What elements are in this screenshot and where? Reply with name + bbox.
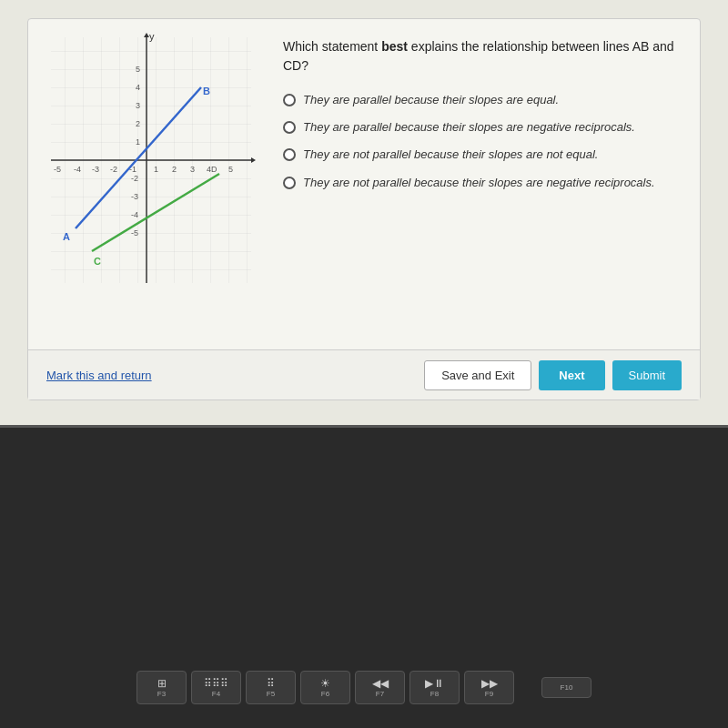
svg-text:1: 1 [154, 165, 158, 174]
option-2[interactable]: They are parallel because their slopes a… [283, 119, 682, 136]
key-f3[interactable]: ⊞ F3 [136, 671, 187, 704]
question-text: Which statement best explains the relati… [283, 37, 682, 76]
key-f6[interactable]: ☀ F6 [300, 671, 350, 704]
key-f4[interactable]: ⠿⠿⠿ F4 [191, 671, 241, 704]
svg-text:4: 4 [136, 83, 140, 92]
question-bold: best [381, 39, 408, 54]
svg-text:-5: -5 [54, 165, 61, 174]
key-f8[interactable]: ▶⏸ F8 [410, 671, 460, 704]
svg-text:C: C [94, 256, 101, 267]
option-3-text: They are not parallel because their slop… [303, 147, 598, 163]
svg-text:y: y [149, 33, 155, 42]
option-4-text: They are not parallel because their slop… [303, 175, 655, 191]
svg-text:2: 2 [172, 165, 177, 174]
svg-text:5: 5 [136, 65, 140, 74]
keyboard-function-row: ⊞ F3 ⠿⠿⠿ F4 ⠿ F5 ☀ F6 ◀◀ F7 ▶⏸ F8 ▶▶ F9 … [136, 671, 592, 704]
svg-text:3: 3 [190, 165, 195, 174]
svg-text:-4: -4 [131, 210, 138, 219]
radio-4[interactable] [283, 177, 296, 189]
mark-return-button[interactable]: Mark this and return [46, 369, 152, 382]
keyboard-area: ⊞ F3 ⠿⠿⠿ F4 ⠿ F5 ☀ F6 ◀◀ F7 ▶⏸ F8 ▶▶ F9 … [0, 428, 728, 728]
graph-canvas: x y -5 -4 -3 -2 -1 1 2 3 4D 5 [46, 33, 256, 288]
quiz-body: x y -5 -4 -3 -2 -1 1 2 3 4D 5 [28, 19, 700, 349]
svg-text:-2: -2 [110, 165, 117, 174]
key-f10[interactable]: F10 [541, 677, 592, 698]
submit-button[interactable]: Submit [612, 360, 682, 390]
svg-text:5: 5 [228, 165, 233, 174]
key-spacer [519, 682, 537, 693]
svg-text:-4: -4 [74, 165, 81, 174]
svg-text:1: 1 [136, 137, 140, 147]
next-button[interactable]: Next [539, 360, 604, 390]
quiz-card: x y -5 -4 -3 -2 -1 1 2 3 4D 5 [27, 18, 701, 400]
quiz-screen: x y -5 -4 -3 -2 -1 1 2 3 4D 5 [0, 0, 728, 428]
option-2-text: They are parallel because their slopes a… [303, 119, 635, 136]
key-f9[interactable]: ▶▶ F9 [464, 671, 514, 704]
graph-container: x y -5 -4 -3 -2 -1 1 2 3 4D 5 [46, 33, 265, 336]
option-4[interactable]: They are not parallel because their slop… [283, 175, 682, 191]
option-1-text: They are parallel because their slopes a… [303, 92, 559, 108]
svg-marker-3 [251, 157, 256, 163]
coordinate-graph: x y -5 -4 -3 -2 -1 1 2 3 4D 5 [46, 33, 256, 292]
svg-text:A: A [63, 231, 70, 242]
key-f7[interactable]: ◀◀ F7 [355, 671, 405, 704]
quiz-footer: Mark this and return Save and Exit Next … [28, 349, 700, 399]
svg-text:3: 3 [136, 101, 140, 110]
key-f5[interactable]: ⠿ F5 [246, 671, 296, 704]
svg-text:-2: -2 [131, 174, 138, 183]
radio-2[interactable] [283, 121, 296, 134]
question-area: Which statement best explains the relati… [283, 33, 682, 336]
options-list: They are parallel because their slopes a… [283, 92, 682, 191]
save-exit-button[interactable]: Save and Exit [424, 360, 531, 390]
option-1[interactable]: They are parallel because their slopes a… [283, 92, 682, 108]
svg-text:2: 2 [136, 119, 140, 128]
svg-text:-3: -3 [131, 192, 138, 201]
footer-buttons: Save and Exit Next Submit [424, 360, 682, 390]
radio-1[interactable] [283, 94, 296, 106]
radio-3[interactable] [283, 148, 296, 161]
svg-text:4D: 4D [207, 165, 217, 174]
option-3[interactable]: They are not parallel because their slop… [283, 147, 682, 163]
svg-text:-3: -3 [92, 165, 99, 174]
svg-text:B: B [203, 86, 210, 96]
svg-text:-5: -5 [131, 228, 138, 238]
